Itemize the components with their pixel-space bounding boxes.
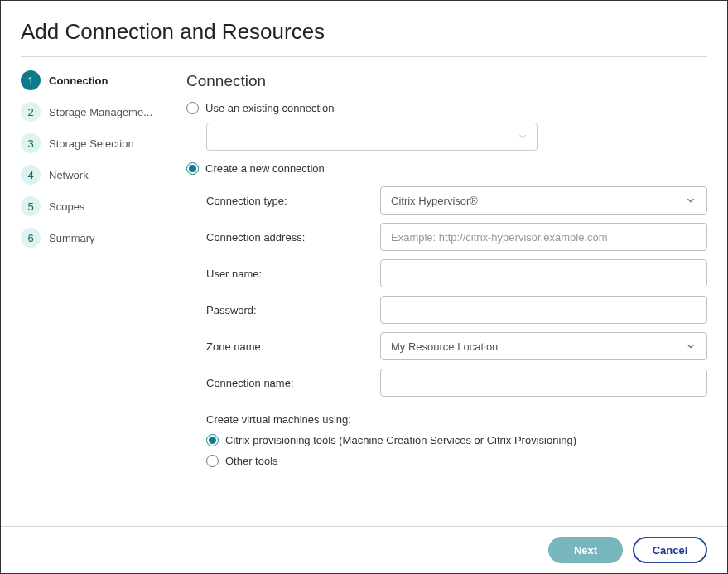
password-label: Password: [206, 304, 380, 316]
step-number: 1 [21, 70, 41, 90]
create-new-radio-row[interactable]: Create a new connection [186, 162, 707, 175]
use-existing-radio-row[interactable]: Use an existing connection [186, 102, 707, 114]
username-label: User name: [206, 268, 380, 280]
step-label: Storage Selection [49, 137, 134, 150]
connection-name-label: Connection name: [206, 377, 380, 389]
step-storage-management[interactable]: 2 Storage Manageme... [21, 102, 166, 122]
step-label: Storage Manageme... [49, 106, 152, 118]
step-number: 3 [21, 133, 41, 153]
step-storage-selection[interactable]: 3 Storage Selection [21, 133, 166, 153]
step-summary[interactable]: 6 Summary [21, 228, 166, 248]
use-existing-label: Use an existing connection [205, 102, 334, 114]
dialog-title: Add Connection and Resources [21, 19, 707, 45]
zone-row: Zone name: My Resource Location [206, 332, 707, 360]
connection-type-label: Connection type: [206, 195, 380, 207]
chevron-down-icon [685, 340, 697, 352]
other-tools-radio-row[interactable]: Other tools [206, 455, 707, 467]
dialog-footer: Next Cancel [1, 526, 727, 573]
chevron-down-icon [685, 195, 697, 206]
vm-tools-section: Create virtual machines using: Citrix pr… [206, 413, 707, 467]
step-label: Network [49, 169, 89, 181]
connection-address-row: Connection address: [206, 223, 707, 251]
step-network[interactable]: 4 Network [21, 165, 166, 185]
dialog-body: 1 Connection 2 Storage Manageme... 3 Sto… [1, 57, 727, 518]
new-connection-form: Connection type: Citrix Hypervisor® Conn… [206, 186, 707, 397]
wizard-sidebar: 1 Connection 2 Storage Manageme... 3 Sto… [1, 57, 166, 518]
create-new-radio[interactable] [186, 162, 199, 175]
next-button[interactable]: Next [548, 537, 623, 563]
step-number: 5 [21, 196, 41, 216]
citrix-tools-radio[interactable] [206, 434, 219, 446]
vm-tools-label: Create virtual machines using: [206, 413, 707, 426]
other-tools-radio[interactable] [206, 455, 219, 467]
connection-type-value: Citrix Hypervisor® [391, 195, 478, 207]
existing-connection-select[interactable] [206, 123, 538, 151]
password-row: Password: [206, 296, 707, 324]
wizard-content: Connection Use an existing connection Cr… [166, 57, 727, 518]
use-existing-radio[interactable] [186, 102, 199, 114]
step-connection[interactable]: 1 Connection [21, 70, 166, 90]
chevron-down-icon [517, 131, 528, 142]
username-row: User name: [206, 259, 707, 287]
connection-name-input[interactable] [380, 369, 707, 397]
connection-address-input[interactable] [380, 223, 707, 251]
zone-label: Zone name: [206, 340, 380, 353]
other-tools-label: Other tools [225, 455, 278, 467]
connection-address-label: Connection address: [206, 231, 380, 244]
zone-select[interactable]: My Resource Location [380, 332, 707, 360]
create-new-label: Create a new connection [205, 162, 325, 175]
step-number: 2 [21, 102, 41, 122]
password-input[interactable] [380, 296, 707, 324]
username-input[interactable] [380, 259, 707, 287]
citrix-tools-label: Citrix provisioning tools (Machine Creat… [225, 434, 576, 446]
connection-type-select[interactable]: Citrix Hypervisor® [380, 186, 707, 215]
citrix-tools-radio-row[interactable]: Citrix provisioning tools (Machine Creat… [206, 434, 707, 446]
connection-type-row: Connection type: Citrix Hypervisor® [206, 186, 707, 215]
step-label: Scopes [49, 200, 84, 213]
step-label: Summary [49, 232, 95, 244]
page-heading: Connection [186, 72, 707, 90]
step-number: 4 [21, 165, 41, 185]
step-label: Connection [49, 75, 108, 87]
step-scopes[interactable]: 5 Scopes [21, 196, 166, 216]
dialog-header: Add Connection and Resources [1, 1, 727, 56]
zone-value: My Resource Location [391, 340, 498, 353]
step-number: 6 [21, 228, 41, 248]
existing-connection-container [206, 123, 707, 151]
cancel-button[interactable]: Cancel [633, 537, 707, 563]
connection-name-row: Connection name: [206, 369, 707, 397]
